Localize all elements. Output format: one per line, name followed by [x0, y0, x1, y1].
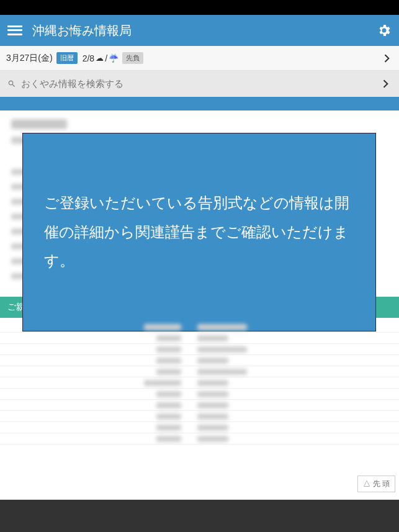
- menu-icon[interactable]: [7, 23, 22, 38]
- app-header: 沖縄お悔み情報局: [0, 15, 399, 46]
- to-top-button[interactable]: △ 先 頭: [357, 476, 395, 492]
- table-row: [0, 377, 399, 389]
- modal-text: ご登録いただいている告別式などの情報は開催の詳細から関連謹告までご確認いただけま…: [44, 189, 354, 276]
- section-divider: [0, 97, 399, 110]
- current-date: 3月27日(金): [6, 53, 53, 64]
- info-modal[interactable]: ご登録いただいている告別式などの情報は開催の詳細から関連謹告までご確認いただけま…: [22, 133, 376, 331]
- fortune-badge: 先負: [122, 52, 143, 64]
- table-row: [0, 433, 399, 444]
- table-row: [0, 366, 399, 377]
- table-row: [0, 389, 399, 400]
- date-info-bar[interactable]: 3月27日(金) 旧暦 2/8 ☁ / ☔ 先負: [0, 46, 399, 71]
- status-bar: [0, 0, 399, 15]
- search-icon: [7, 79, 16, 88]
- calendar-badge: 旧暦: [56, 52, 78, 64]
- table-row: [0, 344, 399, 355]
- table-row: [0, 333, 399, 344]
- table-row: [0, 411, 399, 422]
- blurred-title: [11, 119, 67, 129]
- search-placeholder: おくやみ情報を検索する: [21, 78, 123, 90]
- app-title: 沖縄お悔み情報局: [32, 22, 377, 39]
- chevron-right-icon: [380, 52, 393, 65]
- gear-icon[interactable]: [377, 23, 392, 38]
- table-row: [0, 400, 399, 411]
- table-row: [0, 422, 399, 433]
- cloud-icon: ☁: [96, 53, 104, 63]
- family-table: [0, 318, 399, 457]
- search-bar[interactable]: おくやみ情報を検索する: [0, 71, 399, 97]
- umbrella-icon: ☔: [109, 53, 119, 63]
- lunar-date: 2/8 ☁ / ☔: [83, 53, 119, 63]
- chevron-right-icon: [379, 78, 392, 90]
- table-row: [0, 355, 399, 366]
- footer: [0, 500, 399, 532]
